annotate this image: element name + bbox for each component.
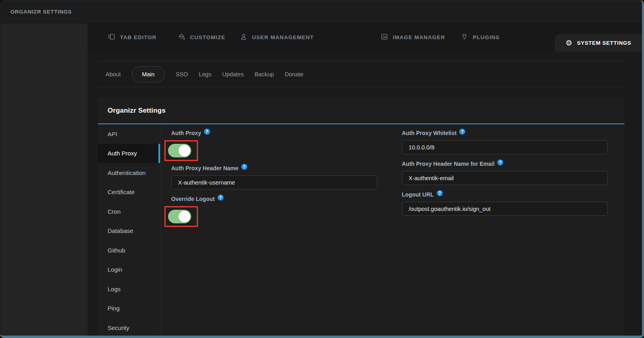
toggle-knob bbox=[178, 211, 190, 223]
field-label-row: Logout URL ? bbox=[402, 191, 608, 198]
override-logout-toggle[interactable] bbox=[168, 210, 191, 223]
page-title: ORGANIZR SETTINGS bbox=[10, 9, 72, 15]
settings-panel: Organizr Settings API Auth Proxy Authent… bbox=[98, 98, 624, 336]
panel-title: Organizr Settings bbox=[108, 107, 166, 115]
subtab-sso[interactable]: SSO bbox=[176, 71, 188, 78]
field-auth-proxy: Auth Proxy ? bbox=[171, 130, 377, 163]
tab-plugins[interactable]: PLUGINS bbox=[460, 23, 500, 52]
plugins-icon bbox=[460, 33, 468, 42]
help-icon[interactable]: ? bbox=[459, 129, 465, 135]
gear-icon: ⚙ bbox=[566, 39, 573, 47]
tab-tab-editor[interactable]: TAB EDITOR bbox=[108, 23, 156, 52]
nav-item-certificate[interactable]: Certificate bbox=[98, 183, 160, 202]
logout-url-input[interactable] bbox=[402, 202, 608, 216]
tab-label: USER MANAGEMENT bbox=[252, 34, 314, 40]
auth-proxy-header-email-input[interactable] bbox=[402, 171, 608, 185]
help-icon[interactable]: ? bbox=[437, 190, 443, 196]
nav-item-logs[interactable]: Logs bbox=[98, 279, 160, 299]
tab-label: TAB EDITOR bbox=[120, 34, 156, 40]
subtab-about[interactable]: About bbox=[106, 71, 121, 78]
settings-tab-bar: TAB EDITOR CUSTOMIZE USER MANAGEMENT IMA… bbox=[88, 23, 642, 52]
tab-user-management[interactable]: USER MANAGEMENT bbox=[240, 23, 314, 52]
field-label: Auth Proxy Header Name for Email bbox=[402, 161, 495, 167]
image-manager-icon bbox=[380, 33, 388, 42]
field-label-row: Auth Proxy Whitelist ? bbox=[402, 130, 608, 137]
subtab-logs[interactable]: Logs bbox=[199, 71, 211, 78]
organizr-window: ORGANIZR SETTINGS TAB EDITOR CUSTOMIZE U… bbox=[0, 0, 644, 338]
tab-label: PLUGINS bbox=[473, 34, 500, 40]
highlight-box bbox=[164, 206, 198, 227]
nav-item-ping[interactable]: Ping bbox=[98, 299, 160, 318]
field-label-row: Auth Proxy Header Name ? bbox=[171, 165, 377, 172]
tab-label: CUSTOMIZE bbox=[190, 34, 225, 40]
field-auth-proxy-whitelist: Auth Proxy Whitelist ? bbox=[402, 130, 608, 154]
toggle-knob bbox=[178, 145, 190, 157]
left-sidebar-area bbox=[0, 23, 88, 336]
tab-label: IMAGE MANAGER bbox=[393, 34, 445, 40]
field-label-row: Auth Proxy ? bbox=[171, 130, 377, 137]
tab-label: SYSTEM SETTINGS bbox=[577, 40, 631, 46]
field-label: Auth Proxy Whitelist bbox=[402, 130, 457, 137]
field-label: Logout URL bbox=[402, 191, 434, 198]
subtab-backup[interactable]: Backup bbox=[254, 71, 274, 78]
highlight-box bbox=[164, 140, 198, 161]
nav-item-database[interactable]: Database bbox=[98, 221, 160, 241]
auth-proxy-toggle[interactable] bbox=[168, 144, 191, 157]
subtab-updates[interactable]: Updates bbox=[222, 71, 244, 78]
nav-item-authentication[interactable]: Authentication bbox=[98, 163, 160, 183]
user-management-icon bbox=[240, 33, 248, 42]
nav-item-security[interactable]: Security bbox=[98, 318, 160, 336]
field-auth-proxy-header-name: Auth Proxy Header Name ? bbox=[171, 165, 377, 189]
field-label: Auth Proxy bbox=[171, 130, 201, 137]
customize-icon bbox=[178, 33, 186, 42]
field-label-row: Auth Proxy Header Name for Email ? bbox=[402, 161, 608, 167]
panel-header: Organizr Settings bbox=[98, 98, 624, 124]
auth-proxy-form: Auth Proxy ? Auth Proxy Head bbox=[160, 124, 624, 336]
help-icon[interactable]: ? bbox=[497, 159, 503, 165]
form-right-column: Auth Proxy Whitelist ? Auth Proxy Header… bbox=[402, 130, 608, 222]
tab-image-manager[interactable]: IMAGE MANAGER bbox=[380, 23, 445, 52]
tab-editor-icon bbox=[108, 33, 116, 42]
field-auth-proxy-header-email: Auth Proxy Header Name for Email ? bbox=[402, 161, 608, 185]
nav-item-github[interactable]: Github bbox=[98, 241, 160, 260]
subtab-main[interactable]: Main bbox=[132, 66, 165, 82]
auth-proxy-whitelist-input[interactable] bbox=[402, 140, 608, 154]
help-icon[interactable]: ? bbox=[204, 129, 210, 135]
panel-body: API Auth Proxy Authentication Certificat… bbox=[98, 124, 624, 336]
top-bar: ORGANIZR SETTINGS bbox=[0, 0, 642, 23]
field-override-logout: Override Logout ? bbox=[171, 196, 377, 229]
nav-item-login[interactable]: Login bbox=[98, 260, 160, 280]
field-label: Override Logout bbox=[171, 196, 215, 203]
help-icon[interactable]: ? bbox=[218, 195, 224, 201]
subtab-donate[interactable]: Donate bbox=[285, 71, 304, 78]
tab-system-settings[interactable]: ⚙ SYSTEM SETTINGS bbox=[555, 34, 642, 52]
field-label-row: Override Logout ? bbox=[171, 196, 377, 203]
sub-tab-bar: About Main SSO Logs Updates Backup Donat… bbox=[98, 61, 624, 87]
help-icon[interactable]: ? bbox=[241, 164, 247, 170]
field-label: Auth Proxy Header Name bbox=[171, 165, 238, 172]
nav-item-cron[interactable]: Cron bbox=[98, 202, 160, 221]
tab-customize[interactable]: CUSTOMIZE bbox=[178, 23, 225, 52]
nav-item-auth-proxy[interactable]: Auth Proxy bbox=[98, 144, 160, 163]
settings-nav: API Auth Proxy Authentication Certificat… bbox=[98, 124, 160, 336]
content-area: About Main SSO Logs Updates Backup Donat… bbox=[88, 52, 642, 336]
field-logout-url: Logout URL ? bbox=[402, 191, 608, 216]
nav-item-api[interactable]: API bbox=[98, 124, 160, 144]
auth-proxy-header-name-input[interactable] bbox=[171, 175, 377, 189]
form-left-column: Auth Proxy ? Auth Proxy Head bbox=[171, 130, 377, 231]
